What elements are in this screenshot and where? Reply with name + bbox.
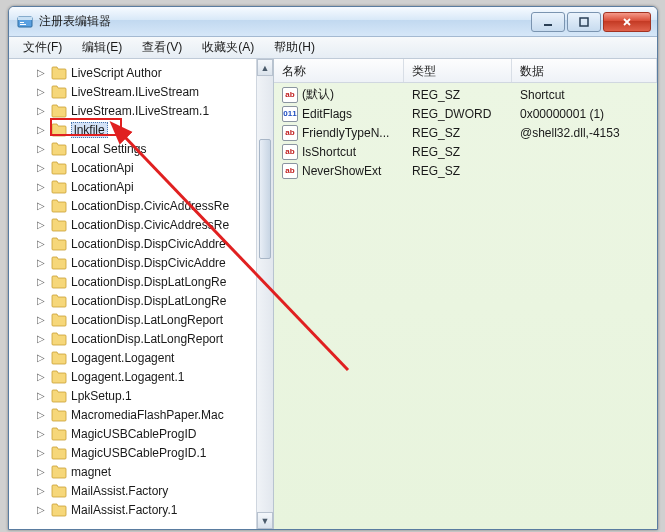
expand-icon[interactable]: ▷ (35, 447, 47, 459)
tree-item[interactable]: ▷LocationDisp.DispCivicAddre (13, 253, 273, 272)
tree-item[interactable]: ▷LocationDisp.DispLatLongRe (13, 291, 273, 310)
header-type[interactable]: 类型 (404, 59, 512, 82)
string-value-icon: ab (282, 87, 298, 103)
tree-item[interactable]: ▷MagicUSBCableProgID.1 (13, 443, 273, 462)
menu-edit[interactable]: 编辑(E) (72, 37, 132, 58)
tree-item[interactable]: ▷LocationDisp.CivicAddressRe (13, 215, 273, 234)
expand-icon[interactable]: ▷ (35, 143, 47, 155)
folder-icon (51, 503, 67, 517)
tree-item-label: magnet (71, 465, 111, 479)
menu-view[interactable]: 查看(V) (132, 37, 192, 58)
tree-item-label: LocationDisp.DispLatLongRe (71, 294, 226, 308)
tree-item[interactable]: ▷LocationDisp.DispLatLongRe (13, 272, 273, 291)
tree-item[interactable]: ▷LiveStream.ILiveStream (13, 82, 273, 101)
menu-file[interactable]: 文件(F) (13, 37, 72, 58)
tree-item-label: Logagent.Logagent.1 (71, 370, 184, 384)
list-body[interactable]: ab(默认)REG_SZShortcut011EditFlagsREG_DWOR… (274, 83, 657, 529)
scroll-thumb[interactable] (259, 139, 271, 259)
expand-icon[interactable]: ▷ (35, 428, 47, 440)
tree-item[interactable]: ▷MailAssist.Factory.1 (13, 500, 273, 519)
expand-icon[interactable]: ▷ (35, 200, 47, 212)
tree-item-label: Logagent.Logagent (71, 351, 174, 365)
tree-item[interactable]: ▷LiveStream.ILiveStream.1 (13, 101, 273, 120)
expand-icon[interactable]: ▷ (35, 86, 47, 98)
folder-icon (51, 408, 67, 422)
tree-item[interactable]: ▷LpkSetup.1 (13, 386, 273, 405)
menu-help[interactable]: 帮助(H) (264, 37, 325, 58)
menu-favorites[interactable]: 收藏夹(A) (192, 37, 264, 58)
tree-item[interactable]: ▷LiveScript Author (13, 63, 273, 82)
string-value-icon: ab (282, 144, 298, 160)
scroll-up-button[interactable]: ▲ (257, 59, 273, 76)
cell-type: REG_SZ (404, 88, 512, 102)
list-pane: 名称 类型 数据 ab(默认)REG_SZShortcut011EditFlag… (274, 59, 657, 529)
expand-icon[interactable]: ▷ (35, 409, 47, 421)
expand-icon[interactable]: ▷ (35, 390, 47, 402)
vertical-scrollbar[interactable]: ▲ ▼ (256, 59, 273, 529)
tree-item[interactable]: ▷LocationDisp.DispCivicAddre (13, 234, 273, 253)
cell-name: abNeverShowExt (274, 163, 404, 179)
expand-icon[interactable]: ▷ (35, 67, 47, 79)
svg-rect-1 (18, 17, 32, 20)
tree-item[interactable]: ▷LocationDisp.CivicAddressRe (13, 196, 273, 215)
tree-item[interactable]: ▷Local Settings (13, 139, 273, 158)
expand-icon[interactable]: ▷ (35, 276, 47, 288)
list-row[interactable]: abFriendlyTypeN...REG_SZ@shell32.dll,-41… (274, 123, 657, 142)
tree-item[interactable]: ▷Logagent.Logagent (13, 348, 273, 367)
tree-item[interactable]: ▷magnet (13, 462, 273, 481)
expand-icon[interactable]: ▷ (35, 105, 47, 117)
header-data[interactable]: 数据 (512, 59, 657, 82)
tree-item[interactable]: ▷LocationDisp.LatLongReport (13, 310, 273, 329)
cell-data: @shell32.dll,-4153 (512, 126, 657, 140)
expand-icon[interactable]: ▷ (35, 466, 47, 478)
tree-item[interactable]: ▷Logagent.Logagent.1 (13, 367, 273, 386)
list-row[interactable]: abNeverShowExtREG_SZ (274, 161, 657, 180)
tree-item[interactable]: ▷MacromediaFlashPaper.Mac (13, 405, 273, 424)
expand-icon[interactable]: ▷ (35, 181, 47, 193)
list-row[interactable]: abIsShortcutREG_SZ (274, 142, 657, 161)
titlebar[interactable]: 注册表编辑器 (9, 7, 657, 37)
expand-icon[interactable]: ▷ (35, 333, 47, 345)
app-icon (17, 14, 33, 30)
cell-data: Shortcut (512, 88, 657, 102)
tree-item[interactable]: ▷LocationDisp.LatLongReport (13, 329, 273, 348)
folder-icon (51, 142, 67, 156)
list-row[interactable]: ab(默认)REG_SZShortcut (274, 85, 657, 104)
folder-icon (51, 85, 67, 99)
tree-pane[interactable]: ▷LiveScript Author▷LiveStream.ILiveStrea… (9, 59, 274, 529)
expand-icon[interactable]: ▷ (35, 504, 47, 516)
tree-item-label: LocationDisp.CivicAddressRe (71, 218, 229, 232)
folder-icon (51, 199, 67, 213)
expand-icon[interactable]: ▷ (35, 124, 47, 136)
cell-type: REG_DWORD (404, 107, 512, 121)
tree-item-label: MagicUSBCableProgID (71, 427, 196, 441)
tree-item[interactable]: ▷MagicUSBCableProgID (13, 424, 273, 443)
scroll-down-button[interactable]: ▼ (257, 512, 273, 529)
svg-rect-5 (580, 18, 588, 26)
expand-icon[interactable]: ▷ (35, 485, 47, 497)
expand-icon[interactable]: ▷ (35, 295, 47, 307)
close-button[interactable] (603, 12, 651, 32)
maximize-button[interactable] (567, 12, 601, 32)
expand-icon[interactable]: ▷ (35, 371, 47, 383)
tree-item-label: MacromediaFlashPaper.Mac (71, 408, 224, 422)
expand-icon[interactable]: ▷ (35, 219, 47, 231)
tree-item[interactable]: ▷LocationApi (13, 177, 273, 196)
tree-item[interactable]: ▷lnkfile (13, 120, 273, 139)
folder-icon (51, 446, 67, 460)
registry-editor-window: 注册表编辑器 文件(F) 编辑(E) 查看(V) 收藏夹(A) 帮助(H) ▷L… (8, 6, 658, 530)
minimize-button[interactable] (531, 12, 565, 32)
expand-icon[interactable]: ▷ (35, 162, 47, 174)
cell-type: REG_SZ (404, 164, 512, 178)
cell-name: abFriendlyTypeN... (274, 125, 404, 141)
list-row[interactable]: 011EditFlagsREG_DWORD0x00000001 (1) (274, 104, 657, 123)
folder-icon (51, 218, 67, 232)
expand-icon[interactable]: ▷ (35, 352, 47, 364)
tree-item[interactable]: ▷MailAssist.Factory (13, 481, 273, 500)
expand-icon[interactable]: ▷ (35, 238, 47, 250)
tree-item[interactable]: ▷LocationApi (13, 158, 273, 177)
expand-icon[interactable]: ▷ (35, 314, 47, 326)
menubar: 文件(F) 编辑(E) 查看(V) 收藏夹(A) 帮助(H) (9, 37, 657, 59)
expand-icon[interactable]: ▷ (35, 257, 47, 269)
header-name[interactable]: 名称 (274, 59, 404, 82)
